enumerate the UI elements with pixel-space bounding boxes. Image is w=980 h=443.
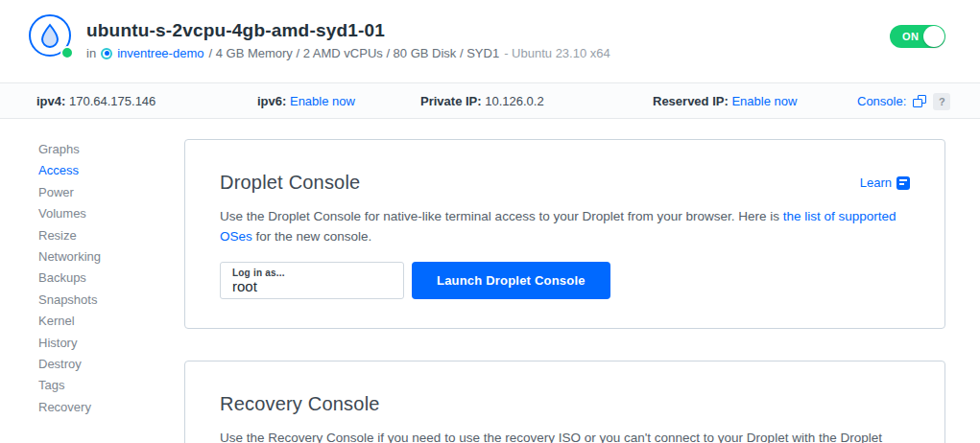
main-panel: Droplet Console Learn Use the Droplet Co…	[184, 119, 980, 443]
private-ip-value: 10.126.0.2	[485, 94, 543, 108]
help-button[interactable]: ?	[933, 93, 950, 110]
ipv6-enable-link[interactable]: Enable now	[290, 94, 355, 108]
droplet-header: ubuntu-s-2vcpu-4gb-amd-syd1-01 in invent…	[0, 0, 980, 82]
private-ip-info: Private IP: 10.126.0.2	[420, 83, 544, 119]
droplet-console-description: Use the Droplet Console for native-like …	[220, 206, 910, 246]
ip-info-bar: ipv4: 170.64.175.146 ipv6: Enable now Pr…	[0, 82, 980, 119]
sidebar-item-access[interactable]: Access	[38, 160, 184, 181]
sidebar-item-resize[interactable]: Resize	[38, 225, 184, 246]
droplet-specs: / 4 GB Memory / 2 AMD vCPUs / 80 GB Disk…	[208, 46, 499, 60]
sidebar-item-volumes[interactable]: Volumes	[38, 203, 184, 224]
sidebar-item-graphs[interactable]: Graphs	[38, 139, 184, 160]
recovery-console-description: Use the Recovery Console if you need to …	[220, 428, 910, 443]
ipv6-info: ipv6: Enable now	[257, 83, 355, 119]
sidebar-item-tags[interactable]: Tags	[38, 375, 184, 396]
learn-link[interactable]: Learn	[860, 175, 910, 190]
sidebar-item-networking[interactable]: Networking	[38, 246, 184, 268]
learn-link-label: Learn	[860, 175, 892, 190]
console-window-icon[interactable]	[913, 95, 926, 107]
sidebar-item-recovery[interactable]: Recovery	[38, 397, 184, 418]
reserved-ip-info: Reserved IP: Enable now	[653, 83, 797, 119]
droplet-console-title: Droplet Console	[220, 172, 360, 194]
droplet-os: - Ubuntu 23.10 x64	[504, 46, 610, 60]
reserved-ip-label: Reserved IP:	[653, 94, 729, 108]
recovery-console-card: Recovery Console Use the Recovery Consol…	[184, 361, 945, 443]
droplet-sidebar: Graphs Access Power Volumes Resize Netwo…	[0, 119, 184, 418]
ipv4-label: ipv4:	[36, 94, 65, 108]
droplet-avatar	[29, 14, 73, 58]
status-online-dot	[60, 46, 74, 59]
sidebar-item-backups[interactable]: Backups	[38, 268, 184, 289]
sidebar-item-kernel[interactable]: Kernel	[38, 311, 184, 332]
ipv4-value: 170.64.175.146	[69, 94, 155, 108]
reserved-ip-enable-link[interactable]: Enable now	[731, 94, 797, 108]
sidebar-item-destroy[interactable]: Destroy	[38, 354, 184, 375]
droplet-subtitle: in inventree-demo / 4 GB Memory / 2 AMD …	[86, 46, 610, 60]
launch-droplet-console-button[interactable]: Launch Droplet Console	[412, 262, 610, 299]
private-ip-label: Private IP:	[420, 94, 482, 108]
learn-docs-icon	[896, 176, 910, 190]
description-text: Use the Droplet Console for native-like …	[220, 209, 783, 223]
ipv4-info: ipv4: 170.64.175.146	[36, 83, 155, 119]
description-text-end: for the new console.	[252, 229, 372, 244]
login-as-label: Log in as...	[232, 268, 392, 278]
page-title: ubuntu-s-2vcpu-4gb-amd-syd1-01	[86, 20, 610, 41]
droplet-console-card: Droplet Console Learn Use the Droplet Co…	[184, 139, 945, 329]
login-as-input[interactable]	[232, 278, 392, 294]
console-launcher: Console: ?	[857, 83, 950, 119]
project-icon	[101, 48, 112, 59]
login-as-field[interactable]: Log in as...	[220, 262, 404, 299]
power-toggle-label: ON	[902, 31, 920, 42]
power-toggle-knob[interactable]	[923, 26, 944, 47]
power-toggle[interactable]: ON	[890, 25, 945, 48]
recovery-console-title: Recovery Console	[220, 393, 380, 415]
console-link[interactable]: Console:	[857, 94, 906, 108]
sidebar-item-snapshots[interactable]: Snapshots	[38, 290, 184, 311]
ipv6-label: ipv6:	[257, 94, 286, 108]
in-label: in	[86, 46, 96, 60]
sidebar-item-power[interactable]: Power	[38, 182, 184, 203]
sidebar-item-history[interactable]: History	[38, 333, 184, 354]
project-link[interactable]: inventree-demo	[117, 46, 203, 60]
water-drop-icon	[39, 23, 60, 48]
